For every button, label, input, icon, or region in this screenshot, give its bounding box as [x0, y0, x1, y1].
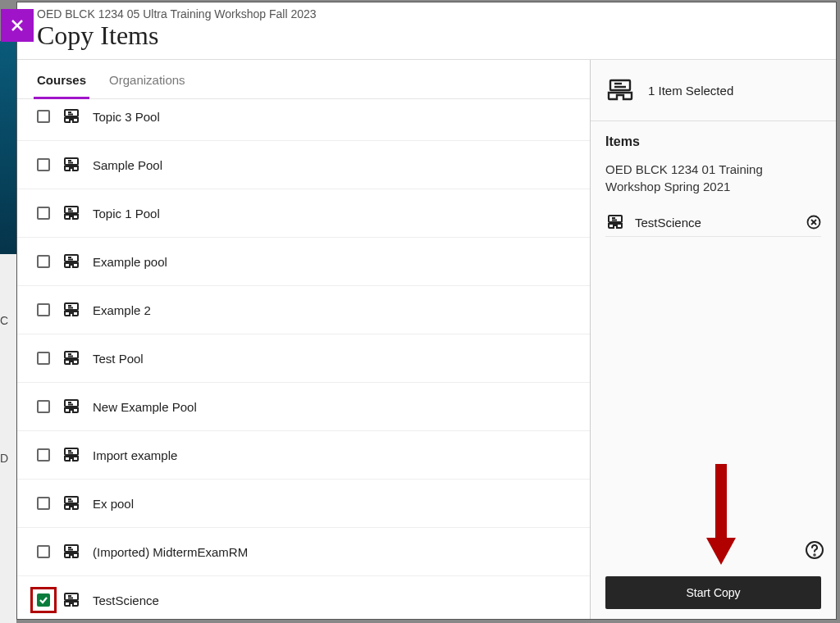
inbox-icon	[605, 76, 635, 104]
list-item[interactable]: Import example	[17, 431, 590, 480]
list-item[interactable]: TestScience	[17, 576, 590, 619]
list-item[interactable]: Topic 3 Pool	[17, 99, 590, 141]
list-item[interactable]: Test Pool	[17, 334, 590, 383]
remove-circle-icon	[806, 215, 821, 230]
item-label: Example 2	[93, 303, 151, 317]
copy-items-panel: OED BLCK 1234 05 Ultra Training Workshop…	[16, 2, 837, 620]
item-list-scroll[interactable]: Topic 3 PoolSample PoolTopic 1 PoolExamp…	[17, 99, 590, 619]
right-column: 1 Item Selected Items OED BLCK 1234 01 T…	[590, 60, 836, 619]
item-checkbox[interactable]	[37, 593, 50, 607]
item-checkbox[interactable]	[37, 497, 50, 510]
left-column: Courses Organizations Topic 3 PoolSample…	[17, 60, 590, 619]
panel-header: OED BLCK 1234 05 Ultra Training Workshop…	[17, 2, 836, 60]
question-bank-icon	[62, 543, 81, 561]
selection-summary: 1 Item Selected	[591, 60, 836, 121]
question-bank-icon	[605, 213, 625, 231]
list-item[interactable]: Sample Pool	[17, 141, 590, 189]
question-bank-icon	[62, 156, 81, 174]
page-title: Copy Items	[37, 20, 816, 51]
source-course: OED BLCK 1234 01 Training Workshop Sprin…	[605, 161, 821, 195]
svg-point-12	[814, 554, 815, 556]
selected-item-label: TestScience	[635, 216, 701, 230]
item-checkbox[interactable]	[37, 545, 50, 558]
start-copy-button[interactable]: Start Copy	[605, 576, 821, 609]
list-item[interactable]: Ex pool	[17, 480, 590, 528]
item-checkbox[interactable]	[37, 110, 50, 123]
item-label: (Imported) MidtermExamRM	[93, 545, 248, 559]
item-checkbox[interactable]	[37, 158, 50, 171]
item-label: Topic 3 Pool	[93, 110, 160, 124]
item-checkbox[interactable]	[37, 400, 50, 413]
question-bank-icon	[62, 301, 81, 319]
question-bank-icon	[62, 349, 81, 367]
selection-count: 1 Item Selected	[648, 84, 733, 98]
item-label: Ex pool	[93, 497, 134, 511]
check-icon	[39, 595, 48, 605]
item-checkbox[interactable]	[37, 448, 50, 462]
item-checkbox[interactable]	[37, 255, 50, 268]
tab-organizations[interactable]: Organizations	[109, 60, 185, 98]
question-bank-icon	[62, 446, 81, 464]
item-label: Example pool	[93, 255, 167, 269]
item-label: Import example	[93, 448, 177, 462]
item-checkbox[interactable]	[37, 207, 50, 220]
item-label: TestScience	[93, 593, 159, 607]
items-heading: Items	[605, 134, 821, 149]
list-item[interactable]: Example 2	[17, 286, 590, 334]
list-item[interactable]: Example pool	[17, 238, 590, 286]
item-label: New Example Pool	[93, 400, 197, 414]
selected-items-list: TestScience	[605, 208, 821, 237]
item-checkbox[interactable]	[37, 352, 50, 365]
question-bank-icon	[62, 107, 81, 125]
tab-courses[interactable]: Courses	[37, 60, 86, 98]
selected-item: TestScience	[605, 208, 821, 237]
highlight-box	[30, 587, 57, 613]
tab-bar: Courses Organizations	[17, 60, 590, 99]
question-bank-icon	[62, 398, 81, 416]
close-icon	[9, 17, 25, 34]
list-item[interactable]: New Example Pool	[17, 383, 590, 431]
item-label: Topic 1 Pool	[93, 207, 160, 221]
remove-item-button[interactable]	[806, 215, 821, 230]
help-circle-icon	[805, 540, 824, 560]
question-bank-icon	[62, 204, 81, 222]
item-label: Test Pool	[93, 352, 144, 366]
list-item[interactable]: (Imported) MidtermExamRM	[17, 528, 590, 576]
item-checkbox[interactable]	[37, 303, 50, 316]
help-button[interactable]	[805, 540, 824, 563]
question-bank-icon	[62, 252, 81, 271]
list-item[interactable]: Topic 1 Pool	[17, 189, 590, 238]
close-button[interactable]	[1, 9, 34, 42]
item-label: Sample Pool	[93, 158, 162, 172]
context-breadcrumb: OED BLCK 1234 05 Ultra Training Workshop…	[37, 7, 816, 20]
question-bank-icon	[62, 591, 81, 609]
item-list: Topic 3 PoolSample PoolTopic 1 PoolExamp…	[17, 99, 590, 619]
question-bank-icon	[62, 494, 81, 512]
